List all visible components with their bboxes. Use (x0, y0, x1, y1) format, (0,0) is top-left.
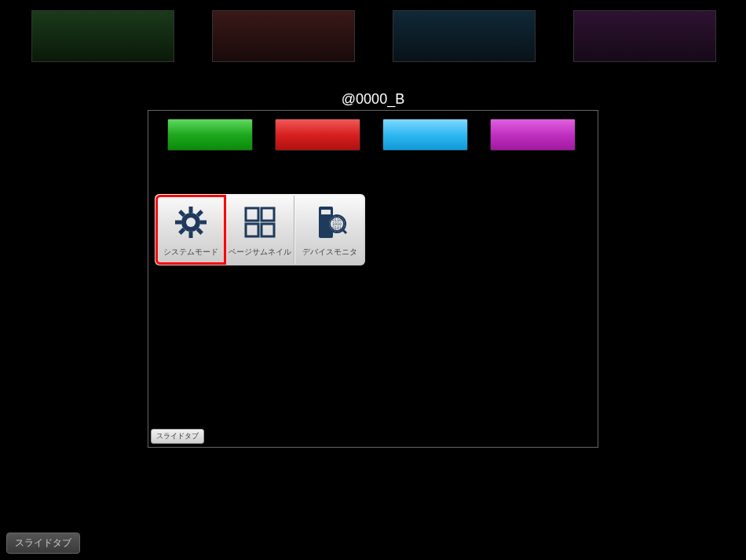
svg-rect-15 (321, 210, 331, 214)
svg-rect-10 (246, 208, 258, 221)
device-monitor-label: デバイスモニタ (302, 247, 357, 258)
svg-rect-6 (175, 220, 181, 224)
color-button-red[interactable] (275, 119, 360, 151)
grid-icon (240, 203, 280, 242)
main-panel: システムモード ページサムネイル (148, 110, 598, 448)
svg-rect-4 (189, 232, 193, 238)
mode-toolbar: システムモード ページサムネイル (155, 194, 365, 265)
svg-rect-11 (261, 208, 274, 221)
system-mode-label: システムモード (163, 247, 218, 258)
top-swatch-purple[interactable] (573, 10, 716, 62)
color-button-green[interactable] (167, 119, 253, 151)
device-monitor-icon: 0110 1010 0101 (310, 203, 349, 242)
top-swatch-blue[interactable] (393, 10, 536, 62)
slide-tab-inner[interactable]: スライドタブ (151, 429, 204, 444)
svg-rect-2 (200, 220, 207, 224)
page-title: @0000_B (0, 91, 746, 108)
color-button-magenta[interactable] (490, 119, 576, 151)
top-swatch-red[interactable] (212, 10, 355, 62)
page-thumbnail-label: ページサムネイル (229, 247, 291, 258)
device-monitor-button[interactable]: 0110 1010 0101 デバイスモニタ (294, 196, 364, 264)
system-mode-button[interactable]: システムモード (156, 196, 225, 264)
top-swatch-row (31, 10, 716, 62)
svg-line-20 (342, 229, 346, 233)
color-button-blue[interactable] (382, 119, 468, 151)
svg-point-9 (186, 218, 196, 227)
gear-icon (171, 203, 210, 242)
slide-tab-outer[interactable]: スライドタブ (6, 533, 80, 554)
page-thumbnail-button[interactable]: ページサムネイル (225, 196, 294, 264)
svg-rect-0 (189, 207, 193, 213)
color-button-row (167, 119, 576, 151)
svg-rect-12 (246, 224, 258, 236)
top-swatch-green[interactable] (31, 10, 174, 62)
svg-rect-13 (261, 224, 274, 236)
